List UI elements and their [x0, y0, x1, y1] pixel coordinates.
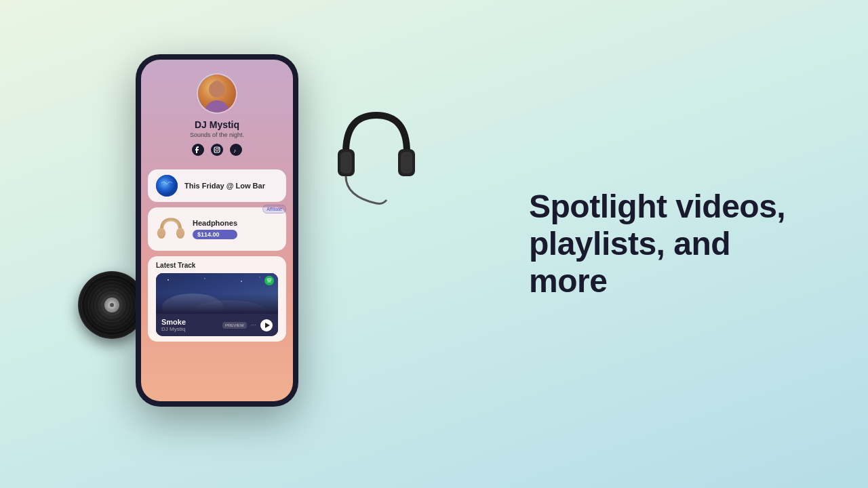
avatar: [197, 73, 237, 114]
track-player: Smoke DJ Mystiq PREVIEW ···: [156, 273, 278, 336]
dj-tagline: Sounds of the night.: [190, 131, 244, 138]
track-card: Latest Track: [148, 256, 286, 342]
facebook-icon[interactable]: [192, 144, 204, 156]
svg-point-21: [241, 281, 242, 282]
preview-badge: PREVIEW: [222, 322, 247, 329]
more-options-icon[interactable]: ···: [251, 321, 256, 329]
affiliate-badge: Affiliate: [262, 205, 286, 214]
track-section-label: Latest Track: [156, 262, 278, 269]
product-name: Headphones: [193, 219, 237, 227]
svg-point-6: [211, 81, 223, 93]
track-name: Smoke: [161, 318, 186, 326]
track-artwork: [156, 273, 278, 314]
product-image: [156, 214, 186, 244]
event-thumbnail: [156, 175, 178, 197]
play-button[interactable]: [260, 319, 273, 331]
track-info-bar: Smoke DJ Mystiq PREVIEW ···: [156, 314, 278, 336]
svg-rect-1: [340, 152, 352, 174]
phone-screen: DJ Mystiq Sounds of the night. ♪: [141, 60, 293, 401]
svg-point-13: [159, 229, 164, 237]
svg-text:♪: ♪: [233, 148, 236, 153]
dj-name: DJ Mystiq: [195, 119, 239, 130]
tiktok-icon[interactable]: ♪: [230, 144, 242, 156]
play-icon: [265, 323, 270, 328]
profile-section: DJ Mystiq Sounds of the night. ♪: [141, 60, 293, 169]
track-controls: PREVIEW ···: [222, 319, 273, 331]
svg-point-15: [178, 229, 183, 237]
svg-point-19: [167, 279, 169, 281]
product-card[interactable]: Affiliate: [148, 207, 286, 251]
hero-title-line1: Spotlight videos,: [529, 188, 785, 224]
hero-title-line2: playlists, and more: [529, 226, 730, 299]
track-title-area: Smoke DJ Mystiq: [161, 318, 186, 332]
product-info: Headphones $114.00: [193, 219, 237, 239]
hero-text-block: Spotlight videos, playlists, and more: [529, 188, 814, 300]
svg-point-11: [156, 175, 178, 197]
svg-point-8: [216, 148, 218, 151]
svg-point-4: [205, 100, 229, 113]
phone-mockup: DJ Mystiq Sounds of the night. ♪: [136, 54, 298, 407]
svg-rect-3: [401, 152, 412, 174]
svg-point-22: [259, 277, 260, 277]
social-links: ♪: [192, 144, 242, 156]
cards-area: This Friday @ Low Bar Affiliate: [141, 169, 293, 342]
spotify-logo: [264, 276, 274, 288]
svg-point-23: [264, 276, 274, 285]
headphones-decoration: [332, 102, 420, 210]
svg-point-20: [204, 278, 205, 279]
hero-title: Spotlight videos, playlists, and more: [529, 188, 814, 300]
price-badge[interactable]: $114.00: [193, 230, 237, 239]
event-title: This Friday @ Low Bar: [184, 182, 265, 190]
svg-point-9: [218, 148, 219, 148]
instagram-icon[interactable]: [211, 144, 223, 156]
event-card[interactable]: This Friday @ Low Bar: [148, 169, 286, 202]
track-artist: DJ Mystiq: [161, 326, 186, 332]
